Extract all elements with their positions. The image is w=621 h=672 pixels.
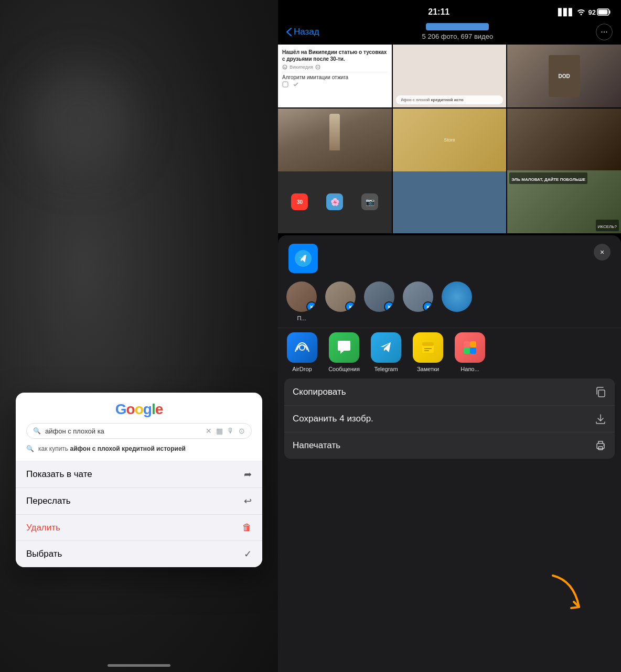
home-indicator — [108, 664, 170, 667]
contact-item-1[interactable]: П... — [286, 281, 317, 321]
contact-badge-3 — [384, 301, 394, 312]
g-blue: G — [115, 401, 126, 417]
g-yellow: o — [135, 401, 143, 417]
meme-label: ЭЛЬ МАЛОВАТ, ДАЙТЕ ПОБОЛЬШЕ — [511, 177, 585, 182]
share-sheet: × П... — [278, 235, 621, 672]
search-query-text: айфон с плохой ка — [45, 427, 201, 435]
show-chat-icon: ➦ — [244, 469, 252, 480]
app-item-messages[interactable]: Сообщения — [328, 332, 360, 372]
context-menu-items: Показать в чате ➦ Переслать ↩ Удалить 🗑 … — [16, 461, 262, 567]
back-button[interactable]: Назад — [286, 27, 319, 37]
nav-subtitle: 5 206 фото, 697 видео — [422, 32, 494, 40]
print-label: Напечатать — [293, 440, 340, 451]
contact-avatar-4 — [403, 281, 433, 312]
apps-row: AirDrop Сообщения Telegram — [278, 328, 621, 378]
more-icon: ··· — [601, 27, 607, 37]
svg-rect-17 — [470, 348, 476, 354]
action-print[interactable]: Напечатать — [284, 432, 615, 459]
share-close-button[interactable]: × — [594, 244, 611, 261]
clear-icon[interactable]: ✕ — [206, 427, 212, 435]
contact-badge-2 — [345, 301, 356, 312]
app-item-notes[interactable]: Заметки — [412, 332, 444, 372]
copy-label: Скопировать — [293, 387, 346, 397]
more-button[interactable]: ··· — [596, 24, 613, 40]
share-preview — [288, 244, 318, 273]
google-logo: Google — [26, 401, 252, 418]
share-preview-img — [288, 244, 318, 273]
copy-icon — [595, 386, 606, 398]
left-panel: Google 🔍 айфон с плохой ка ✕ ▦ 🎙 ⊙ 🔍 как… — [0, 0, 278, 672]
action-list: Скопировать Сохранить 4 изобр. Напечатат… — [284, 378, 615, 459]
nav-album-title-blur — [426, 23, 489, 30]
suggestion-text: как купить айфон с плохой кредитной исто… — [38, 445, 186, 452]
telegram-icon — [371, 332, 401, 363]
svg-rect-19 — [597, 443, 604, 449]
battery-icon: 92 — [588, 8, 611, 16]
airdrop-svg — [294, 340, 310, 355]
messages-label: Сообщения — [328, 366, 360, 372]
contact-badge-4 — [423, 301, 433, 312]
forward-label: Переслать — [26, 496, 71, 506]
nav-bar: Назад 5 206 фото, 697 видео ··· — [278, 21, 621, 45]
app-item-airdrop[interactable]: AirDrop — [286, 332, 318, 372]
contact-item-5[interactable] — [442, 281, 472, 321]
contact-item-3[interactable] — [364, 281, 394, 321]
g-blue2: g — [143, 401, 152, 417]
save-icon — [595, 413, 606, 425]
close-icon: × — [600, 248, 604, 256]
mic-icon[interactable]: 🎙 — [227, 427, 234, 435]
other-svg — [463, 340, 477, 355]
other-label: Напо... — [461, 366, 479, 372]
contact-avatar-3 — [364, 281, 394, 312]
save-label: Сохранить 4 изобр. — [293, 414, 373, 424]
search-bar[interactable]: 🔍 айфон с плохой ка ✕ ▦ 🎙 ⊙ — [26, 423, 252, 439]
show-chat-label: Показать в чате — [26, 469, 92, 480]
telegram-preview-icon — [295, 250, 312, 267]
contact-badge-1 — [306, 301, 317, 312]
menu-item-select[interactable]: Выбрать ✓ — [16, 541, 262, 567]
svg-point-21 — [603, 445, 604, 446]
notes-icon — [413, 332, 443, 363]
menu-item-show-chat[interactable]: Показать в чате ➦ — [16, 461, 262, 488]
arrow-svg — [542, 570, 590, 617]
other-icon — [455, 332, 485, 363]
lens-icon[interactable]: ⊙ — [239, 427, 245, 435]
menu-item-delete[interactable]: Удалить 🗑 — [16, 515, 262, 541]
action-copy[interactable]: Скопировать — [284, 379, 615, 406]
battery-text: 92 — [588, 8, 596, 16]
svg-rect-18 — [598, 390, 605, 397]
messages-icon — [329, 332, 359, 363]
app-item-other[interactable]: Напо... — [454, 332, 486, 372]
status-time: 21:11 — [428, 7, 449, 17]
blur-circle-1 — [28, 67, 133, 172]
g-green: l — [152, 401, 155, 417]
nav-title-area: 5 206 фото, 697 видео — [422, 23, 494, 40]
select-label: Выбрать — [26, 549, 62, 559]
status-icons: ▋▋▋ 92 — [558, 8, 611, 17]
delete-icon: 🗑 — [242, 522, 252, 533]
action-save[interactable]: Сохранить 4 изобр. — [284, 406, 615, 432]
google-search-preview: Google 🔍 айфон с плохой ка ✕ ▦ 🎙 ⊙ 🔍 как… — [16, 393, 262, 461]
notes-label: Заметки — [417, 366, 439, 372]
contact-name-1: П... — [297, 315, 306, 321]
suggestion-search-icon: 🔍 — [26, 445, 34, 452]
arrow-overlay — [542, 570, 590, 620]
contact-item-2[interactable] — [325, 281, 356, 321]
photo-cell-meme[interactable]: ЭЛЬ МАЛОВАТ, ДАЙТЕ ПОБОЛЬШЕ ИКСЕЛЬ? — [507, 170, 621, 233]
svg-rect-2 — [598, 10, 607, 15]
photo-cell-8[interactable] — [393, 170, 507, 233]
share-header: × — [278, 235, 621, 277]
contact-avatar-2 — [325, 281, 356, 312]
status-bar: 21:11 ▋▋▋ 92 — [278, 0, 621, 21]
forward-icon: ↩ — [244, 495, 252, 507]
app-item-telegram[interactable]: Telegram — [370, 332, 402, 372]
menu-item-forward[interactable]: Переслать ↩ — [16, 488, 262, 515]
contact-item-4[interactable] — [403, 281, 433, 321]
meme-text: ЭЛЬ МАЛОВАТ, ДАЙТЕ ПОБОЛЬШЕ — [509, 172, 587, 184]
signal-icon: ▋▋▋ — [558, 8, 574, 16]
select-icon: ✓ — [244, 548, 252, 560]
print-icon — [595, 440, 606, 451]
meme-bottom-text: ИКСЕЛЬ? — [596, 220, 619, 231]
search-suggestion[interactable]: 🔍 как купить айфон с плохой кредитной ис… — [26, 443, 252, 454]
contacts-row: П... — [278, 277, 621, 328]
